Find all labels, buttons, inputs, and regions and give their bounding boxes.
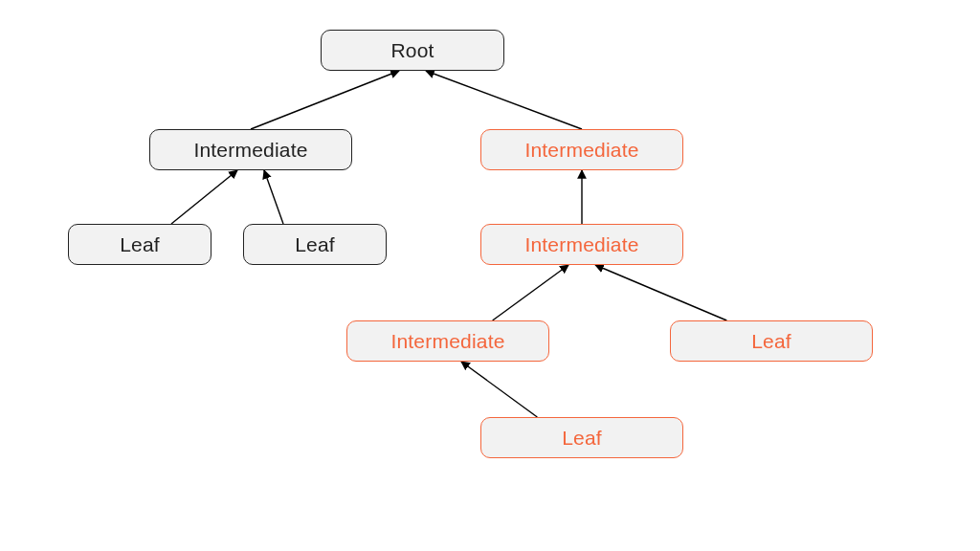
- edge-leaf_ll-to-int_l: [171, 170, 237, 224]
- node-label: Intermediate: [193, 139, 307, 162]
- node-int_l: Intermediate: [149, 129, 352, 170]
- edge-int_r3-to-int_r2: [493, 265, 568, 320]
- edge-int_l-to-root: [251, 71, 399, 129]
- node-root: Root: [321, 30, 504, 71]
- edge-leaf_lr-to-int_l: [264, 170, 283, 224]
- node-label: Intermediate: [390, 330, 504, 353]
- node-label: Intermediate: [524, 139, 638, 162]
- node-label: Leaf: [295, 233, 335, 256]
- node-label: Root: [390, 39, 434, 62]
- node-int_r3: Intermediate: [346, 320, 549, 362]
- node-label: Leaf: [120, 233, 160, 256]
- node-leaf_lr: Leaf: [243, 224, 387, 265]
- edge-int_r-to-root: [426, 71, 582, 129]
- node-label: Leaf: [562, 427, 602, 450]
- node-label: Intermediate: [524, 233, 638, 256]
- node-int_r2: Intermediate: [480, 224, 683, 265]
- node-label: Leaf: [751, 330, 791, 353]
- node-leaf_b: Leaf: [480, 417, 683, 458]
- node-leaf_rr: Leaf: [670, 320, 873, 362]
- node-leaf_ll: Leaf: [68, 224, 212, 265]
- edge-leaf_rr-to-int_r2: [595, 265, 726, 320]
- tree-diagram: RootIntermediateLeafLeafIntermediateInte…: [0, 0, 980, 551]
- edge-leaf_b-to-int_r3: [461, 362, 537, 417]
- node-int_r: Intermediate: [480, 129, 683, 170]
- edges-layer: [0, 0, 980, 551]
